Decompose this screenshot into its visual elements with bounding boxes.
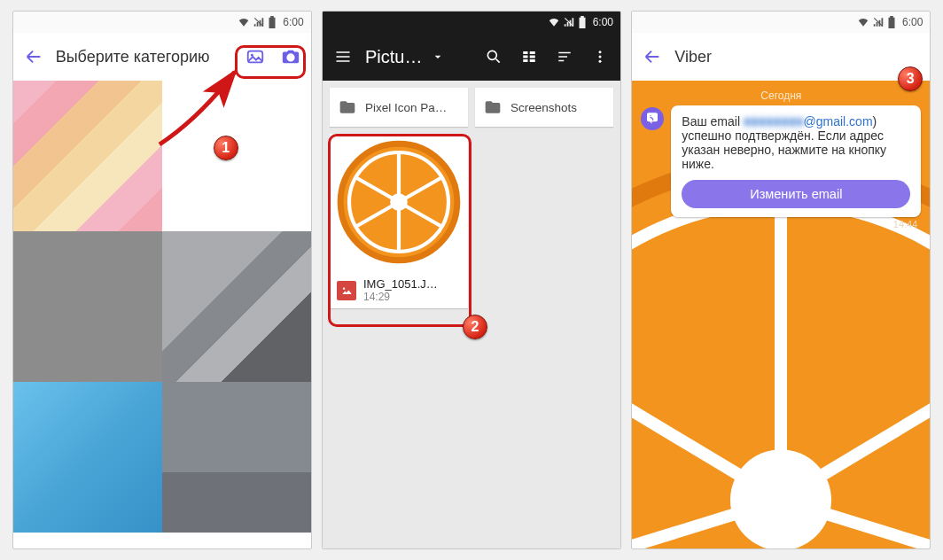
category-grid: [13, 81, 311, 548]
svg-point-6: [598, 51, 601, 53]
message-bubble[interactable]: Ваш email ■■■■■■■■@gmail.com) успешно по…: [671, 105, 921, 217]
signal-icon: [872, 16, 885, 28]
step-badge-1: 1: [214, 136, 238, 160]
folder-icon: [484, 98, 502, 116]
wifi-icon: [238, 16, 250, 28]
battery-icon: [887, 16, 896, 28]
message-time: 14:44: [671, 219, 921, 229]
status-bar: 6:00: [323, 12, 620, 33]
status-bar: 6:00: [632, 12, 930, 33]
file-time: 14:29: [363, 291, 438, 303]
overflow-menu-icon[interactable]: [587, 43, 613, 70]
search-icon[interactable]: [480, 43, 507, 70]
status-bar: 6:00: [13, 12, 311, 33]
svg-line-0: [255, 18, 263, 26]
status-time: 6:00: [283, 16, 303, 28]
message-row: Ваш email ■■■■■■■■@gmail.com) успешно по…: [641, 105, 921, 229]
svg-line-19: [874, 18, 882, 26]
status-time: 6:00: [593, 16, 613, 28]
file-name: IMG_1051.J…: [363, 277, 438, 291]
svg-point-7: [598, 56, 601, 58]
battery-icon: [578, 16, 587, 28]
chat-title: Viber: [674, 48, 712, 66]
image-file-icon: [337, 281, 356, 300]
date-separator: Сегодня: [641, 89, 921, 102]
app-bar: Pictu…: [323, 33, 620, 81]
back-icon[interactable]: [639, 43, 666, 70]
page-title[interactable]: Pictu…: [365, 47, 422, 67]
signal-icon: [563, 16, 575, 28]
svg-point-17: [390, 193, 408, 211]
status-time: 6:00: [902, 16, 923, 28]
chat-body: Сегодня Ваш email ■■■■■■■■@gmail.com) ус…: [632, 81, 930, 548]
category-tile[interactable]: [162, 81, 311, 231]
wifi-icon: [857, 16, 869, 28]
folder-label: Pixel Icon Pa…: [365, 101, 447, 114]
sender-avatar-icon[interactable]: [641, 107, 664, 130]
redacted-email: ■■■■■■■■: [744, 114, 804, 128]
category-tile[interactable]: [13, 382, 162, 533]
screen-category-picker: 6:00 Выберите категорию 1: [12, 11, 312, 549]
screen-file-picker: 6:00 Pictu… Pixel Icon Pa…: [322, 11, 621, 549]
app-bar: Viber: [632, 33, 930, 81]
folder-label: Screenshots: [510, 101, 577, 114]
folder-row: Pixel Icon Pa… Screenshots: [330, 88, 613, 127]
menu-icon[interactable]: [330, 43, 356, 70]
back-icon[interactable]: [20, 43, 47, 70]
wifi-icon: [548, 16, 560, 28]
category-tile[interactable]: [13, 81, 162, 231]
svg-rect-1: [247, 51, 262, 63]
svg-line-4: [565, 18, 573, 26]
screen-viber-chat: 6:00 Viber Сегодня: [631, 11, 931, 549]
category-tile[interactable]: [162, 231, 311, 382]
change-email-button[interactable]: Изменить email: [682, 180, 910, 208]
gallery-icon[interactable]: [242, 43, 269, 70]
file-meta: IMG_1051.J… 14:29: [330, 270, 468, 303]
file-card[interactable]: IMG_1051.J… 14:29: [330, 134, 468, 308]
file-thumbnail: [330, 134, 468, 270]
svg-point-3: [288, 56, 292, 60]
dropdown-chevron-icon[interactable]: [431, 50, 445, 64]
svg-point-28: [730, 449, 831, 548]
messages-area: Сегодня Ваш email ■■■■■■■■@gmail.com) ус…: [632, 81, 930, 238]
app-bar: Выберите категорию: [13, 33, 311, 81]
svg-point-18: [343, 287, 345, 289]
svg-point-5: [487, 51, 496, 59]
page-title: Выберите категорию: [56, 48, 210, 66]
category-tile[interactable]: [13, 231, 162, 382]
sort-icon[interactable]: [551, 43, 578, 70]
message-text: Ваш email: [682, 114, 744, 128]
battery-icon: [268, 16, 277, 28]
orange-slice-icon: [337, 140, 461, 264]
folder-item[interactable]: Screenshots: [475, 88, 613, 127]
folder-item[interactable]: Pixel Icon Pa…: [330, 88, 468, 127]
svg-point-8: [598, 60, 601, 63]
folder-icon: [339, 98, 356, 116]
category-tile[interactable]: [162, 382, 311, 533]
camera-icon[interactable]: [277, 43, 304, 70]
signal-icon: [253, 16, 265, 28]
view-grid-icon[interactable]: [516, 43, 542, 70]
email-link[interactable]: @gmail.com: [804, 114, 873, 128]
step-badge-2: 2: [463, 315, 487, 339]
